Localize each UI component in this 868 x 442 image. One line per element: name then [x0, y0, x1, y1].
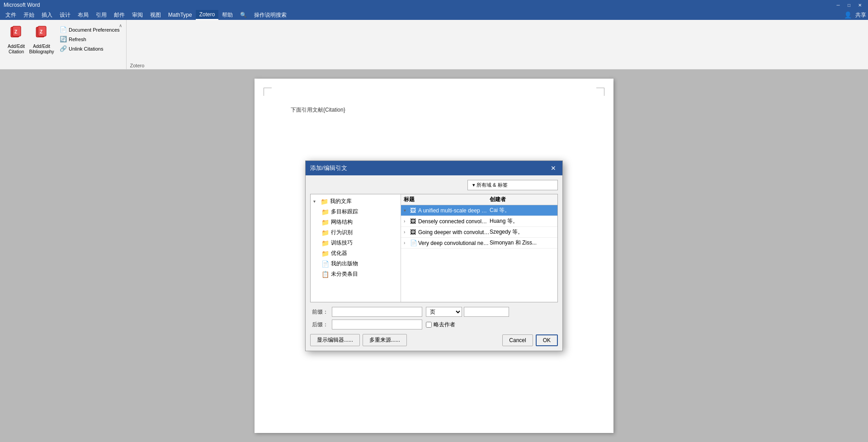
close-button[interactable]: ✕: [855, 2, 864, 8]
filter-label: ▾ 所有域 & 标签: [472, 182, 508, 188]
document-preferences-label: Document Preferences: [69, 27, 120, 33]
suppress-author-label: 略去作者: [434, 321, 455, 329]
dialog-body: ▾ 所有域 & 标签 ▾ 📁 我的文库: [306, 175, 562, 351]
tree-item-label-1: 网络结构: [331, 218, 353, 226]
row-expand-3: ›: [404, 240, 410, 245]
menu-search-icon[interactable]: 🔍: [236, 10, 250, 20]
minimize-button[interactable]: ─: [834, 2, 843, 8]
header-title: 标题: [404, 196, 490, 203]
prefix-input[interactable]: [332, 307, 422, 317]
document-preferences-button[interactable]: 📄 Document Preferences: [57, 25, 123, 34]
row-icon-0: 🖼: [410, 207, 418, 214]
show-editor-button[interactable]: 显示编辑器......: [310, 334, 360, 346]
menu-help[interactable]: 帮助: [218, 10, 236, 20]
row-creator-2: Szegedy 等。: [490, 228, 544, 236]
menu-home[interactable]: 开始: [20, 10, 38, 20]
table-row-0[interactable]: ▾ 🖼 A unified multi-scale deep convo... …: [401, 205, 557, 216]
table-row-3[interactable]: › 📄 Very deep convolutional networ... Si…: [401, 238, 557, 249]
tree-item-1[interactable]: 📁 网络结构: [311, 217, 401, 227]
tree-item-label-0: 多目标跟踪: [331, 208, 358, 216]
tree-item-label-4: 优化器: [331, 249, 347, 257]
menu-review[interactable]: 审阅: [128, 10, 146, 20]
menu-mailings[interactable]: 邮件: [110, 10, 128, 20]
refresh-button[interactable]: 🔄 Refresh: [57, 35, 123, 43]
row-creator-0: Cai 等。: [490, 207, 544, 214]
suppress-author-group: 略去作者: [426, 321, 455, 329]
title-bar: Microsoft Word ─ □ ✕: [0, 0, 868, 10]
unlink-citations-label: Unlink Citations: [69, 46, 103, 52]
tree-item-label-6: 未分类条目: [331, 270, 358, 278]
add-edit-citation-dialog: 添加/编辑引文 ✕ ▾ 所有域 & 标签: [305, 160, 563, 351]
header-creator: 创建者: [490, 196, 544, 203]
filter-row: ▾ 所有域 & 标签: [310, 180, 558, 190]
refresh-icon: 🔄: [60, 36, 67, 42]
library-folder-icon: 📁: [321, 198, 328, 205]
document-text[interactable]: 下面引用文献{Citation}: [291, 106, 577, 114]
svg-text:Z: Z: [40, 29, 42, 34]
tree-item-0[interactable]: 📁 多目标跟踪: [311, 207, 401, 217]
folder-icon-6: 📋: [321, 271, 329, 278]
dialog-close-button[interactable]: ✕: [549, 164, 558, 173]
table-row-1[interactable]: › 🖼 Densely connected convolutiona... Hu…: [401, 216, 557, 227]
ok-button[interactable]: OK: [536, 334, 558, 346]
menu-layout[interactable]: 布局: [74, 10, 92, 20]
page-select[interactable]: 页: [426, 307, 462, 317]
page-corner-tr: [596, 88, 604, 96]
tree-item-5[interactable]: 📄 我的出版物: [311, 259, 401, 269]
folder-icon-3: 📁: [321, 240, 329, 247]
window-controls: ─ □ ✕: [834, 2, 864, 8]
menu-zotero[interactable]: Zotero: [196, 10, 219, 20]
menu-insert[interactable]: 插入: [38, 10, 56, 20]
tree-item-label-5: 我的出版物: [331, 260, 358, 268]
refresh-label: Refresh: [69, 37, 86, 42]
ribbon-collapse-button[interactable]: ∧: [117, 22, 124, 29]
ribbon-section-label: Zotero: [130, 63, 145, 68]
unlink-icon: 🔗: [60, 45, 67, 52]
bibliography-icon: Z: [34, 25, 49, 43]
dialog-content-area: ▾ 📁 我的文库 📁 多目标跟踪 📁 网络结构: [310, 194, 558, 302]
menu-view[interactable]: 视图: [146, 10, 165, 20]
multiple-sources-button[interactable]: 多重来源......: [363, 334, 407, 346]
folder-icon-0: 📁: [321, 208, 329, 216]
user-icon: 👤: [844, 11, 852, 19]
filter-button[interactable]: ▾ 所有域 & 标签: [467, 180, 558, 190]
prefix-row: 前缀： 页: [310, 307, 558, 317]
row-expand-1: ›: [404, 219, 410, 224]
tree-item-6[interactable]: 📋 未分类条目: [311, 269, 401, 279]
maximize-button[interactable]: □: [844, 2, 854, 8]
row-title-2: Going deeper with convolutions: [418, 229, 490, 235]
folder-icon-2: 📁: [321, 229, 329, 236]
unlink-citations-button[interactable]: 🔗 Unlink Citations: [57, 44, 123, 53]
row-title-1: Densely connected convolutiona...: [418, 218, 490, 225]
suppress-author-checkbox[interactable]: [426, 322, 432, 328]
header-extra: [544, 196, 555, 203]
menu-references[interactable]: 引用: [92, 10, 110, 20]
tree-root-library[interactable]: ▾ 📁 我的文库: [311, 196, 401, 207]
menu-tellme[interactable]: 操作说明搜索: [250, 10, 290, 20]
cancel-button[interactable]: Cancel: [502, 334, 533, 346]
row-title-3: Very deep convolutional networ...: [418, 240, 490, 246]
tree-root-label: 我的文库: [330, 197, 352, 205]
add-edit-bibliography-button[interactable]: Z Add/Edit Bibliography: [29, 23, 54, 57]
add-citation-label: Add/Edit Citation: [8, 44, 25, 55]
menu-file[interactable]: 文件: [2, 10, 20, 20]
add-edit-citation-button[interactable]: Z Add/Edit Citation: [4, 23, 29, 57]
row-creator-1: Huang 等。: [490, 217, 544, 225]
tree-item-4[interactable]: 📁 优化器: [311, 248, 401, 259]
menu-mathtype[interactable]: MathType: [165, 10, 196, 20]
table-row-2[interactable]: › 🖼 Going deeper with convolutions Szege…: [401, 227, 557, 238]
tree-item-2[interactable]: 📁 行为识别: [311, 227, 401, 238]
document-area: 下面引用文献{Citation} 添加/编辑引文 ✕ ▾ 所有域 & 标签: [0, 70, 868, 442]
share-button[interactable]: 共享: [855, 11, 866, 19]
row-title-0: A unified multi-scale deep convo...: [418, 207, 490, 214]
svg-text:Z: Z: [14, 29, 17, 34]
app-title: Microsoft Word: [4, 2, 40, 8]
suffix-label: 后缀：: [310, 321, 328, 329]
folder-icon-5: 📄: [321, 260, 329, 268]
menu-design[interactable]: 设计: [56, 10, 74, 20]
suffix-input[interactable]: [332, 320, 422, 329]
tree-item-3[interactable]: 📁 训练技巧: [311, 238, 401, 248]
page-number-input[interactable]: [464, 307, 509, 317]
expand-icon: ▾: [313, 199, 319, 204]
main-content: 下面引用文献{Citation} 添加/编辑引文 ✕ ▾ 所有域 & 标签: [0, 70, 868, 442]
